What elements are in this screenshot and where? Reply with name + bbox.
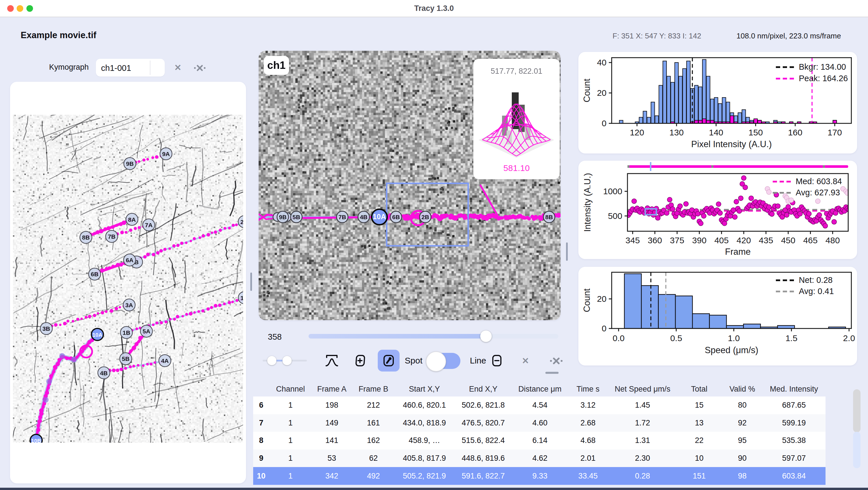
column-header[interactable]: Med. Intensity — [763, 385, 826, 394]
kymo-spot-3B[interactable]: 3B — [40, 323, 52, 334]
kymo-spot-1B[interactable]: 1B — [120, 326, 132, 338]
kymo-spot-7B[interactable]: 7B — [105, 230, 118, 242]
view-spot-10A[interactable]: 10A — [372, 209, 387, 225]
table-row[interactable]: 101342492505.2, 821.9591.6, 822.79.3333.… — [253, 467, 826, 485]
kymo-spot-1A[interactable]: 1A — [238, 292, 243, 304]
svg-text:8B: 8B — [82, 234, 90, 241]
toggle-knob[interactable] — [426, 352, 446, 371]
row-number: 8 — [253, 436, 269, 445]
cell: 591.6, 822.7 — [454, 471, 513, 481]
fit-peak-button[interactable] — [321, 350, 343, 371]
kymo-spot-7A[interactable]: 7A — [143, 219, 155, 231]
kymograph-image[interactable]: 9A9B8A7A8B7BB6A6B2A3A1A3B1B10A5A5B4A4B10… — [13, 115, 243, 443]
add-spot-button[interactable] — [349, 350, 371, 371]
svg-text:170: 170 — [828, 128, 842, 137]
column-header[interactable]: Valid % — [722, 385, 763, 394]
svg-text:10A: 10A — [373, 213, 386, 221]
cell: 1.45 — [609, 401, 676, 410]
view-spot-4B[interactable]: 4B — [358, 211, 369, 223]
view-spot-8B[interactable]: 8B — [544, 211, 555, 223]
kymo-spot-4A[interactable]: 4A — [159, 355, 171, 367]
view-spot-6B[interactable]: 6B — [391, 211, 402, 223]
column-header[interactable]: Time s — [567, 385, 609, 394]
column-header[interactable]: Channel — [269, 385, 312, 394]
dissolve-track-icon[interactable] — [193, 62, 206, 74]
kymograph-name-input[interactable] — [100, 59, 150, 77]
svg-text:420: 420 — [737, 235, 751, 245]
kymo-spot-6A[interactable]: 6A — [124, 254, 136, 266]
panel-resize-handle[interactable] — [546, 372, 559, 374]
table-row[interactable]: 81141162458.9, …515.6, 822.46.144.681.31… — [253, 432, 826, 450]
svg-text:2B: 2B — [422, 214, 429, 220]
remove-spot-button[interactable] — [486, 350, 508, 371]
column-header[interactable]: Frame B — [352, 385, 395, 394]
table-row[interactable]: 61198212460.6, 820.1502.6, 821.84.543.12… — [253, 396, 826, 414]
kymo-spot-8A[interactable]: 8A — [126, 214, 138, 226]
view-spot-5B[interactable]: 5B — [291, 211, 302, 223]
frame-slider-handle[interactable] — [480, 330, 492, 342]
cell: 603.84 — [763, 471, 826, 481]
svg-text:Peak: 164.26: Peak: 164.26 — [799, 74, 848, 83]
kymo-spot-5A[interactable]: 5A — [141, 325, 152, 337]
track-mode-button[interactable] — [378, 350, 400, 371]
contrast-range-slider[interactable] — [262, 360, 307, 361]
svg-text:4B: 4B — [360, 214, 368, 220]
column-header[interactable]: End X,Y — [454, 385, 513, 394]
kymo-spot-4B[interactable]: 4B — [98, 367, 110, 379]
spot-line-toggle[interactable] — [428, 353, 460, 369]
table-row[interactable]: 915362405.8, 817.9448.6, 819.64.622.012.… — [253, 450, 826, 467]
kymo-spot-10B[interactable]: 10B — [30, 434, 42, 443]
view-spot-7B[interactable]: 7B — [336, 211, 348, 223]
column-header[interactable]: Net Speed μm/s — [609, 385, 676, 394]
kymo-spot-6B[interactable]: 6B — [89, 268, 101, 280]
view-spot-9B[interactable]: 9B — [277, 211, 288, 223]
kymo-spot-3A[interactable]: 3A — [123, 299, 135, 311]
kymo-spot-10A[interactable]: 10A — [91, 328, 103, 340]
cell: 434.0, 818.9 — [395, 419, 454, 427]
table-scrollbar-thumb[interactable] — [853, 389, 861, 432]
kymo-spot-5B[interactable]: 5B — [120, 353, 132, 365]
close-track-button[interactable]: ✕ — [522, 356, 529, 366]
cell: 505.2, 821.9 — [395, 471, 454, 481]
left-divider-handle[interactable] — [250, 272, 252, 291]
kymo-spot-8B[interactable]: 8B — [80, 231, 92, 243]
contrast-max-handle[interactable] — [282, 356, 291, 365]
dissolve-track-toolbar-icon[interactable] — [549, 354, 563, 368]
cell: 80 — [722, 401, 763, 410]
frame-slider[interactable] — [309, 334, 558, 338]
kymograph-panel: 9A9B8A7A8B7BB6A6B2A3A1A3B1B10A5A5B4A4B10… — [10, 82, 246, 483]
svg-text:10B: 10B — [31, 438, 41, 443]
cell: 22 — [676, 436, 722, 445]
view-spot-2B[interactable]: 2B — [420, 211, 431, 223]
cell: 4.68 — [567, 436, 609, 445]
cell: 687.65 — [763, 401, 826, 410]
kymo-spot-9A[interactable]: 9A — [160, 148, 172, 160]
column-header[interactable]: Distance μm — [513, 385, 567, 394]
contrast-min-handle[interactable] — [267, 356, 276, 365]
svg-text:40: 40 — [597, 58, 607, 67]
cell: 9.33 — [513, 471, 567, 481]
gaussian-peak-icon — [324, 353, 339, 368]
spot-mode-label: Spot — [405, 356, 423, 365]
track-segment-icon — [381, 353, 396, 368]
speed-card: 0200.00.51.01.52.0Speed (μm/s)CountNet: … — [578, 267, 857, 365]
column-header[interactable]: Start X,Y — [395, 385, 454, 394]
cell: 2.30 — [609, 454, 676, 463]
table-scrollbar-track[interactable] — [853, 432, 861, 468]
pixel-intensity-histogram: 02040120130140150160170Pixel Intensity (… — [578, 52, 857, 154]
cell: 1 — [269, 454, 312, 463]
channel-viewer[interactable]: 9B5B7B4B10A6B2B8B ch1 517.77, 822.01 581… — [259, 51, 561, 320]
column-header[interactable]: Total — [676, 385, 722, 394]
column-header[interactable]: Frame A — [312, 385, 352, 394]
cell: 599.19 — [763, 419, 826, 427]
cell: 162 — [352, 436, 395, 445]
svg-text:0: 0 — [601, 119, 607, 128]
svg-text:500: 500 — [608, 211, 622, 221]
svg-text:Avg: 627.93: Avg: 627.93 — [796, 188, 840, 197]
intensity-vs-frame-plot[interactable]: 5001000345360375390405420435450465480Fra… — [578, 161, 857, 259]
table-row[interactable]: 71149161434.0, 818.9476.5, 820.74.602.68… — [253, 414, 826, 432]
kymo-spot-9B[interactable]: 9B — [124, 158, 136, 169]
right-divider-handle[interactable] — [566, 242, 568, 261]
close-kymograph-button[interactable]: ✕ — [174, 63, 181, 73]
kymo-spot-2A[interactable]: 2A — [238, 216, 243, 228]
